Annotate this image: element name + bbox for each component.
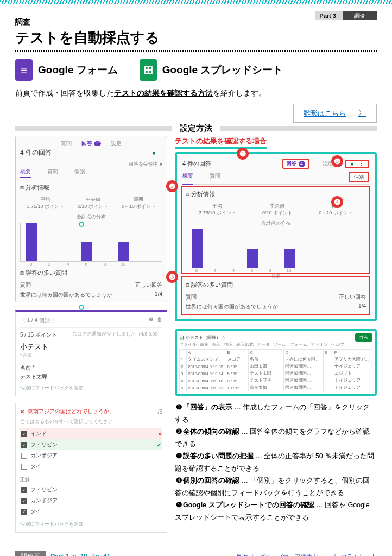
score-note: スコアの通知が完了しました（4/8 0:00） bbox=[72, 331, 162, 339]
response-count-title: 4 件の回答 bbox=[182, 160, 211, 168]
top-hatch bbox=[0, 0, 392, 4]
response-pager[interactable]: 1 / 4 個別 bbox=[27, 317, 50, 323]
miss-row: 世界には何ヵ国の国があるでしょうか1/4 bbox=[20, 291, 162, 299]
share-button[interactable]: 共有 bbox=[355, 333, 372, 342]
responses-pill[interactable]: 回答4 bbox=[282, 159, 309, 169]
subtab-individual-highlight[interactable]: 個別 bbox=[349, 172, 369, 182]
template-link-button[interactable]: 雛形はこちら 〉 bbox=[293, 104, 377, 123]
analytics-title: ⧈ 分析情報 bbox=[20, 184, 162, 193]
subtab-individual[interactable]: 個別 bbox=[74, 168, 85, 176]
correct-answer-heading: 正解 bbox=[20, 476, 162, 483]
print-icon[interactable]: 🖶 bbox=[148, 317, 154, 323]
dotted-rule bbox=[15, 50, 377, 52]
section-bar: 設定方法 bbox=[15, 126, 377, 131]
connector-dot-icon bbox=[79, 305, 84, 310]
forms-tab-questions[interactable]: 質問 bbox=[61, 140, 72, 147]
feedback-link[interactable]: 個別にフィードバックを追加 bbox=[20, 385, 162, 391]
quiz-answer: ✓カンボジア bbox=[20, 495, 162, 506]
spreadsheet-screenshot: 📊 小テスト（回答） ☆ 共有 ファイル 編集 表示 挿入 表示形式 データ ツ… bbox=[175, 329, 377, 396]
lede-text: 前頁で作成・回答を収集したテストの結果を確認する方法を紹介します。 bbox=[15, 89, 377, 98]
explanation-list: ❶「回答」の表示 … 作成したフォームの「回答」をクリックする ❷全体の傾向の確… bbox=[175, 401, 377, 523]
case-subheading: テストの結果を確認する場合 bbox=[175, 136, 267, 149]
name-q-label: 名前 * bbox=[20, 364, 162, 372]
quiz-option: ✓インド× bbox=[20, 428, 162, 439]
callout-2: ❷ bbox=[166, 180, 178, 192]
spreadsheet-title: 小テスト（回答） bbox=[186, 335, 220, 340]
subtab-summary[interactable]: 概要 bbox=[20, 168, 31, 178]
score-stats: 平均3.75/10 ポイント 中央値0/10 ポイント 範囲0～10 ポイント bbox=[20, 196, 162, 210]
section-heading: 設定方法 bbox=[172, 123, 220, 134]
google-sheets-icon bbox=[140, 59, 157, 81]
footer-link-column[interactable]: コラムリスト bbox=[341, 553, 377, 556]
template-link-label: 雛形はこちら bbox=[304, 109, 346, 118]
lede-pre: 前頁で作成・回答を収集した bbox=[15, 89, 114, 97]
quiz-grading-screenshot: 東南アジアの国はどれでしょうか。⋯/5 当てはまるものをすべて選択してください … bbox=[15, 403, 167, 533]
app-name-forms: Google フォーム bbox=[38, 63, 118, 77]
link-to-sheets-icon[interactable]: ■ bbox=[153, 150, 155, 156]
spreadsheet-grid[interactable]: ABCDEF 1タイムスタンプスコア名前世界には何ヵ国……アフリカ大陸で… 22… bbox=[179, 349, 372, 391]
google-forms-icon bbox=[15, 59, 33, 81]
quiz-hint: 当てはまるものをすべて選択してください bbox=[20, 419, 162, 425]
kebab-menu-icon: ⋮ bbox=[359, 161, 364, 167]
forms-tab-settings[interactable]: 設定 bbox=[111, 140, 122, 147]
subtab-question[interactable]: 質問 bbox=[210, 172, 220, 182]
footer-link-groupware[interactable]: グループウェア活用リスト bbox=[259, 553, 331, 556]
quiz-answer: ✓フィリピン bbox=[20, 484, 162, 495]
region-3: ❸ ⧈ 誤答の多い質問 質問正しい回答 世界には何ヵ国の国があるでしょうか1/4 bbox=[181, 276, 370, 315]
kebab-menu-icon[interactable]: ⋮ bbox=[157, 150, 162, 156]
quiz-option: カンボジア bbox=[20, 450, 162, 461]
quiz-question: 東南アジアの国はどれでしょうか。⋯/5 bbox=[20, 408, 162, 415]
spreadsheet-menu[interactable]: ファイル 編集 表示 挿入 表示形式 データ ツール フォーム アドオン ヘルプ bbox=[179, 342, 372, 348]
score-distribution-chart: 合計点の分布 0246810 bbox=[20, 213, 162, 263]
quiz-option: タイ bbox=[20, 461, 162, 472]
quiz-option: ✓フィリピン✓ bbox=[20, 439, 162, 450]
link-to-sheets-icon: ■ bbox=[351, 161, 353, 167]
required-note: *必須 bbox=[20, 352, 162, 359]
part-title: 調査 bbox=[343, 11, 377, 20]
response-count-title: 4 件の回答 bbox=[20, 148, 52, 157]
star-icon[interactable]: ☆ bbox=[222, 335, 225, 340]
subtab-summary[interactable]: 概要 bbox=[182, 172, 193, 185]
part-tag: Part 3 調査 bbox=[315, 12, 377, 20]
related-pages-label: 関連頁 bbox=[15, 551, 46, 556]
lede-underline: テストの結果を確認する方法 bbox=[114, 89, 213, 97]
delete-icon[interactable]: 🗑 bbox=[157, 317, 162, 323]
footer-link-toc[interactable]: 目次 bbox=[236, 553, 248, 556]
forms-tab-responses[interactable]: 回答 4 bbox=[81, 140, 100, 147]
chevron-right-icon: 〉 bbox=[358, 108, 366, 119]
name-q-value: テスト太郎 bbox=[20, 373, 162, 381]
form-title: 小テスト bbox=[20, 342, 162, 352]
callout-1: ❶ bbox=[237, 148, 249, 160]
page-title: テストを自動採点する bbox=[15, 28, 377, 47]
annotated-screenshot: ❶ ❺ 4 件の回答 回答4 設定 ■ ⋮ bbox=[175, 152, 377, 321]
frequent-miss-title: ⧈ 誤答の多い質問 bbox=[20, 269, 162, 278]
sheets-link-highlight[interactable]: ■ ⋮ bbox=[345, 160, 369, 168]
callout-4: ❹ bbox=[331, 196, 343, 208]
miss-header: 質問正しい回答 bbox=[20, 281, 162, 289]
app-list: Google フォーム Google スプレッドシート bbox=[15, 59, 377, 81]
page-footer: 関連頁 Part 2_p. 40 ／p. 41 目次｜ グループウェア活用リスト… bbox=[15, 552, 377, 556]
app-name-sheets: Google スプレッドシート bbox=[162, 63, 283, 77]
forms-summary-screenshot: 質問 回答 4 設定 4 件の回答 ■ ⋮ 回答を受付中 ■ 概要 質問 個別 bbox=[15, 136, 167, 302]
callout-5: ❺ bbox=[331, 155, 343, 167]
subtab-question[interactable]: 質問 bbox=[47, 168, 58, 176]
callout-3: ❸ bbox=[166, 271, 178, 283]
quiz-answer: ✓タイ bbox=[20, 506, 162, 517]
individual-score: 5 / 15 ポイント bbox=[20, 331, 57, 339]
related-pages-link[interactable]: Part 2_p. 40 ／p. 41 bbox=[50, 553, 110, 556]
connector-dot-icon bbox=[79, 222, 84, 227]
individual-response-screenshot: 〈 1 / 4 個別 〉 🖶 🗑 5 / 15 ポイント スコアの通知が完了しま… bbox=[15, 310, 167, 396]
part-number: Part 3 bbox=[315, 11, 344, 20]
feedback-link[interactable]: 個別にフィードバックを追加 bbox=[20, 521, 162, 528]
lede-post: を紹介します。 bbox=[213, 89, 266, 97]
